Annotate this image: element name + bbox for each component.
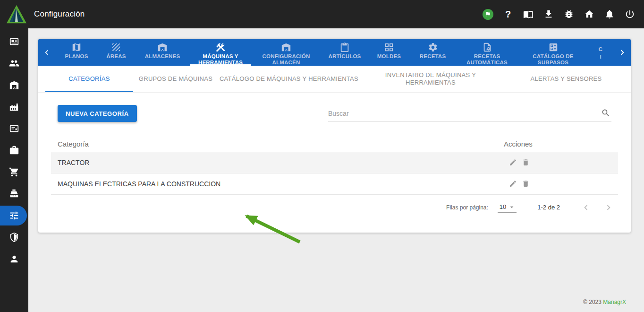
content-card: PLANOS ÁREAS ALMACENES MÁQUINAS Y HERRAM… xyxy=(38,39,631,233)
column-header-acciones: Acciones xyxy=(504,140,618,148)
page-title: Configuración xyxy=(34,9,85,19)
subtab-alertas-y-sensores[interactable]: ALERTAS Y SENSORES xyxy=(501,66,631,92)
bell-icon[interactable] xyxy=(603,8,616,21)
tune-icon xyxy=(9,210,19,221)
chevron-down-icon xyxy=(508,203,516,211)
certificate-icon xyxy=(9,123,19,134)
person-icon xyxy=(9,254,19,264)
sidebar-item-cart[interactable] xyxy=(0,161,28,183)
ballot-icon xyxy=(548,42,559,52)
texture-icon xyxy=(111,42,121,52)
column-header-categoria: Categoría xyxy=(51,140,504,148)
tab-catalogo-de-subpasos[interactable]: CATÁLOGO DE SUBPASOS xyxy=(519,39,587,66)
subtab-grupos-de-maquinas[interactable]: GRUPOS DE MÁQUINAS xyxy=(133,66,218,92)
tab-moldes[interactable]: MOLDES xyxy=(368,39,410,66)
sidebar-item-toolbox[interactable] xyxy=(0,139,28,161)
table-header: Categoría Acciones xyxy=(51,136,618,152)
sidebar-item-news[interactable] xyxy=(0,31,28,52)
tab-maquinas-y-herramientas[interactable]: MÁQUINAS Y HERRAMIENTAS xyxy=(190,39,251,66)
topbar: Configuración ? xyxy=(0,0,644,28)
tab-truncated[interactable]: C I xyxy=(587,39,614,66)
gear-icon xyxy=(428,42,438,52)
tab-configuracion-almacen[interactable]: CONFIGURACIÓN ALMACÉN xyxy=(251,39,322,66)
search-icon[interactable] xyxy=(601,108,610,118)
subtab-catalogo-maquinas[interactable]: CATÁLOGO DE MÁQUINAS Y HERRAMIENTAS xyxy=(218,66,360,92)
footer-copyright: © 2023 ManagrX xyxy=(583,299,626,305)
shield-icon xyxy=(9,232,19,243)
row-actions xyxy=(504,180,618,188)
tabs-scroll-right-icon[interactable] xyxy=(614,39,631,66)
tabs-scroll-left-icon[interactable] xyxy=(38,39,55,66)
module-tabbar: PLANOS ÁREAS ALMACENES MÁQUINAS Y HERRAM… xyxy=(38,39,631,66)
sidebar-item-certificate[interactable] xyxy=(0,118,28,139)
home-icon[interactable] xyxy=(583,8,596,21)
edit-icon[interactable] xyxy=(509,180,517,188)
subtab-categorias[interactable]: CATEGORÍAS xyxy=(45,66,133,92)
sidebar-item-factory[interactable] xyxy=(0,96,28,118)
book-icon[interactable] xyxy=(522,8,535,21)
toolbox-icon xyxy=(9,145,19,156)
tab-almacenes[interactable]: ALMACENES xyxy=(135,39,190,66)
grid-icon xyxy=(384,42,394,52)
subtab-bar: CATEGORÍAS GRUPOS DE MÁQUINAS CATÁLOGO D… xyxy=(38,66,631,93)
toolbar: NUEVA CATEGORÍA xyxy=(58,105,611,122)
sidebar xyxy=(0,28,28,312)
rows-per-page-label: Filas por página: xyxy=(446,204,488,211)
search-box xyxy=(328,106,611,122)
globe-icon[interactable] xyxy=(481,8,494,21)
sidebar-item-profile[interactable] xyxy=(0,248,28,270)
category-name: TRACTOR xyxy=(51,159,504,166)
categories-table: Categoría Acciones TRACTOR MAQUINAS ELEC… xyxy=(51,136,618,195)
bug-icon[interactable] xyxy=(562,8,576,21)
tab-recetas[interactable]: RECETAS xyxy=(410,39,455,66)
construction-icon xyxy=(215,42,226,52)
table-row: TRACTOR xyxy=(51,152,618,173)
sidebar-item-security[interactable] xyxy=(0,226,28,248)
previous-page-icon[interactable] xyxy=(578,199,594,216)
search-input[interactable] xyxy=(328,106,611,122)
brand-link[interactable]: ManagrX xyxy=(603,299,626,305)
row-actions xyxy=(504,158,618,167)
category-name: MAQUINAS ELECTRICAS PARA LA CONSTRUCCION xyxy=(51,180,504,188)
rows-per-page-select[interactable]: 10 xyxy=(498,202,517,213)
tab-planos[interactable]: PLANOS xyxy=(55,39,98,66)
users-icon xyxy=(9,58,19,69)
sidebar-item-register[interactable] xyxy=(0,183,28,205)
new-category-button[interactable]: NUEVA CATEGORÍA xyxy=(58,105,137,122)
download-icon[interactable] xyxy=(542,8,555,21)
main-area: PLANOS ÁREAS ALMACENES MÁQUINAS Y HERRAM… xyxy=(28,28,644,312)
warehouse-icon xyxy=(281,42,291,52)
tab-articulos[interactable]: ARTÍCULOS xyxy=(322,39,368,66)
sidebar-item-configuration[interactable] xyxy=(0,205,28,226)
clipboard-icon xyxy=(339,42,350,52)
next-page-icon[interactable] xyxy=(601,199,617,216)
globe-circle xyxy=(483,9,493,20)
delete-icon[interactable] xyxy=(522,180,530,188)
delete-icon[interactable] xyxy=(522,158,530,167)
cart-icon xyxy=(9,167,19,177)
subtab-inventario-maquinas[interactable]: INVENTARIO DE MÁQUINAS Y HERRAMIENTAS xyxy=(360,66,501,92)
file-gear-icon xyxy=(482,42,492,52)
factory-icon xyxy=(9,102,19,112)
edit-icon[interactable] xyxy=(509,158,517,167)
warehouse-icon xyxy=(157,42,168,52)
pagination: Filas por página: 10 1-2 de 2 xyxy=(38,195,631,220)
register-icon xyxy=(9,189,19,199)
power-icon[interactable] xyxy=(623,8,636,21)
sidebar-item-warehouse[interactable] xyxy=(0,74,28,96)
topbar-actions: ? xyxy=(481,8,644,21)
news-icon xyxy=(9,36,19,47)
table-row: MAQUINAS ELECTRICAS PARA LA CONSTRUCCION xyxy=(51,173,618,195)
tab-recetas-automaticas[interactable]: RECETAS AUTOMÁTICAS xyxy=(455,39,519,66)
sidebar-item-users[interactable] xyxy=(0,52,28,74)
warehouse-icon xyxy=(9,80,19,90)
app-logo-icon xyxy=(6,4,27,25)
help-icon[interactable]: ? xyxy=(501,8,515,21)
pagination-range: 1-2 de 2 xyxy=(537,204,560,211)
map-icon xyxy=(71,42,82,52)
tab-areas[interactable]: ÁREAS xyxy=(98,39,135,66)
